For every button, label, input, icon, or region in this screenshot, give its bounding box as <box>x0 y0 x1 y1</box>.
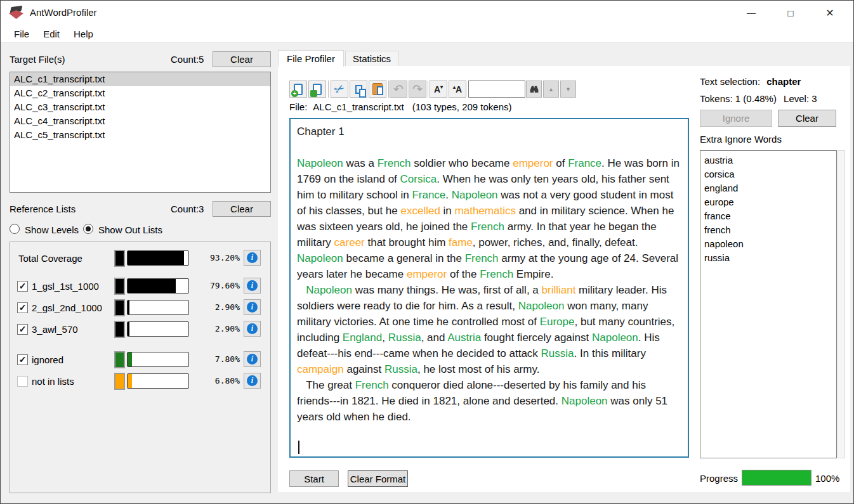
ignore-words-list[interactable]: austriacorsicaenglandeuropefrancefrenchn… <box>700 150 837 458</box>
target-files-clear-button[interactable]: Clear <box>213 51 271 67</box>
close-button[interactable]: ✕ <box>810 1 850 25</box>
info-icon: i <box>247 375 258 386</box>
ignore-word-item[interactable]: russia <box>700 251 836 265</box>
ignored-checkbox[interactable]: ✓ <box>17 354 28 365</box>
ignore-button[interactable]: Ignore <box>700 110 772 127</box>
copy-button[interactable] <box>350 81 367 98</box>
show-out-lists-radio[interactable] <box>83 224 93 234</box>
paragraph: The great French conqueror died alone---… <box>297 377 681 425</box>
paste-button[interactable] <box>369 81 386 98</box>
coverage-percent: 6.80% <box>190 376 240 385</box>
ignore-word-item[interactable]: europe <box>700 195 836 209</box>
ignore-word-item[interactable]: corsica <box>700 167 836 181</box>
file-item[interactable]: ALC_c4_transcript.txt <box>10 114 270 128</box>
text-run: Empire. <box>513 268 553 280</box>
redo-icon: ↷ <box>412 83 423 95</box>
coverage-bar-fill <box>128 322 129 336</box>
font-decrease-button[interactable]: A▾ <box>430 81 447 98</box>
3_awl_570-checkbox[interactable]: ✓ <box>17 324 28 335</box>
ignore-word-item[interactable]: england <box>700 181 836 195</box>
2_gsl_2nd_1000-checkbox[interactable]: ✓ <box>17 302 28 313</box>
maximize-button[interactable]: □ <box>771 1 810 25</box>
menu-bar: FileEditHelp <box>1 25 853 43</box>
ignore-word-item[interactable]: france <box>700 209 836 223</box>
not-in-list-word: mathematics <box>455 205 516 217</box>
text-run: , he lost most of his army. <box>417 363 539 375</box>
save-badge-icon <box>310 90 317 97</box>
target-file-list[interactable]: ALC_c1_transcript.txtALC_c2_transcript.t… <box>10 72 271 193</box>
show-levels-label: Show Levels <box>25 224 79 235</box>
not-in-list-word: campaign <box>297 363 344 375</box>
selection-clear-button[interactable]: Clear <box>778 110 836 127</box>
redo-button[interactable]: ↷ <box>409 81 426 98</box>
file-item[interactable]: ALC_c1_transcript.txt <box>10 72 270 86</box>
coverage-bar <box>127 321 189 337</box>
menu-help[interactable]: Help <box>67 29 100 39</box>
coverage-bar-fill <box>128 352 132 366</box>
app-icon <box>9 6 24 20</box>
file-item[interactable]: ALC_c5_transcript.txt <box>10 128 270 142</box>
start-button[interactable]: Start <box>289 470 339 487</box>
up-arrow-icon: ▲ <box>548 86 554 93</box>
tokens-line: Tokens: 1 (0.48%) Level: 3 <box>700 93 817 104</box>
document-text[interactable]: Chapter 1Napoleon was a French soldier w… <box>289 118 689 458</box>
save-file-icon <box>313 84 322 95</box>
menu-file[interactable]: File <box>7 29 36 39</box>
undo-button[interactable]: ↶ <box>390 81 407 98</box>
info-button[interactable]: i <box>244 351 261 367</box>
info-button[interactable]: i <box>244 299 261 315</box>
not-in-lists-checkbox[interactable] <box>17 376 28 387</box>
file-profiler-panel: + ✂ ↶ ↷ A▾ ▴A ▲ ▼ File: ALC_c1_transcrip… <box>278 66 850 492</box>
ignore-word-item[interactable]: austria <box>700 153 836 167</box>
text-run: of <box>553 157 568 169</box>
info-icon: i <box>247 302 258 313</box>
ignored-word: France <box>568 157 601 169</box>
info-button[interactable]: i <box>244 373 261 389</box>
show-out-lists-label: Show Out Lists <box>98 224 162 235</box>
find-next-button[interactable]: ▼ <box>560 81 576 98</box>
tab-file-profiler[interactable]: File Profiler <box>278 50 344 67</box>
info-button[interactable]: i <box>244 250 261 266</box>
coverage-row: Total Coverage93.20%i <box>10 250 270 267</box>
ignore-words-scrollbar[interactable] <box>838 150 845 458</box>
text-run: . <box>445 189 451 201</box>
toolbar-separator <box>328 81 329 98</box>
minimize-button[interactable]: — <box>732 1 771 25</box>
menu-edit[interactable]: Edit <box>36 29 67 39</box>
show-levels-radio[interactable] <box>10 224 20 234</box>
color-swatch <box>114 250 125 267</box>
binoculars-icon <box>529 85 539 93</box>
cut-button[interactable]: ✂ <box>331 81 348 98</box>
file-item[interactable]: ALC_c3_transcript.txt <box>10 100 270 114</box>
file-info-name: ALC_c1_transcript.txt <box>313 101 404 112</box>
reference-lists-clear-button[interactable]: Clear <box>213 201 271 217</box>
font-increase-button[interactable]: ▴A <box>449 81 466 98</box>
undo-icon: ↶ <box>393 83 404 95</box>
font-increase-icon: ▴A <box>453 84 462 94</box>
ignored-word: Europe <box>540 316 575 328</box>
search-input[interactable] <box>468 81 525 98</box>
target-files-count-value: 5 <box>199 54 204 65</box>
copy-icon <box>355 85 362 94</box>
tokens-value: Tokens: 1 (0.48%) <box>700 93 777 104</box>
ignore-word-item[interactable]: french <box>700 223 836 237</box>
window-title: AntWordProfiler <box>30 7 97 18</box>
reference-lists-count-value: 3 <box>199 204 204 214</box>
coverage-percent: 2.90% <box>190 302 240 312</box>
new-file-button[interactable]: + <box>289 81 307 98</box>
info-button[interactable]: i <box>244 278 261 294</box>
save-file-button[interactable] <box>308 81 326 98</box>
text-run: Chapter 1 <box>297 126 345 138</box>
1_gsl_1st_1000-checkbox[interactable]: ✓ <box>17 281 28 292</box>
tab-statistics[interactable]: Statistics <box>345 51 398 67</box>
find-previous-button[interactable]: ▲ <box>543 81 559 98</box>
ignore-word-item[interactable]: napoleon <box>700 237 836 251</box>
not-in-list-word: career <box>334 236 365 249</box>
reference-lists-label: Reference Lists <box>10 204 76 214</box>
info-button[interactable]: i <box>244 321 261 337</box>
text-run: , and <box>421 332 448 344</box>
clear-format-button[interactable]: Clear Format <box>348 470 408 487</box>
find-button[interactable] <box>526 81 542 98</box>
file-item[interactable]: ALC_c2_transcript.txt <box>10 86 270 100</box>
toolbar-separator <box>428 81 428 98</box>
